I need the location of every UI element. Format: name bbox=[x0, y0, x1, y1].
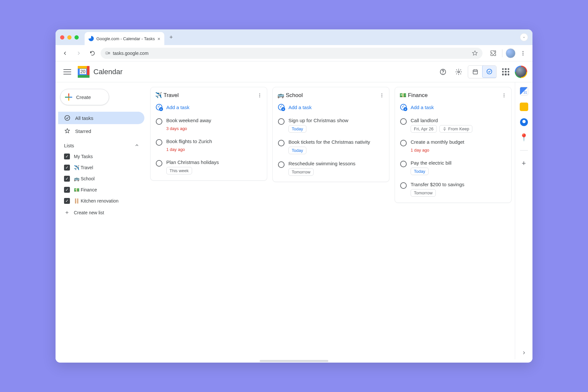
apps-grid-icon bbox=[502, 68, 509, 75]
plus-icon bbox=[65, 93, 72, 101]
side-contacts-button[interactable] bbox=[520, 118, 528, 126]
task-row[interactable]: Book flights to Zurich1 day ago bbox=[155, 136, 262, 155]
svg-point-15 bbox=[504, 93, 504, 94]
task-row[interactable]: Book weekend away3 days ago bbox=[155, 115, 262, 135]
check-circle-icon bbox=[486, 68, 493, 75]
main-menu-button[interactable] bbox=[61, 65, 74, 78]
url-bar: ⦾≡ tasks.google.com bbox=[56, 45, 532, 61]
site-settings-icon[interactable]: ⦾≡ bbox=[105, 51, 110, 56]
google-apps-button[interactable] bbox=[499, 65, 512, 78]
forward-button[interactable] bbox=[73, 48, 84, 59]
sidebar-item-all-tasks[interactable]: All tasks bbox=[58, 112, 144, 124]
add-task-button[interactable]: + Add a task bbox=[400, 102, 507, 114]
tasks-view-button[interactable] bbox=[482, 65, 497, 78]
column-menu-button[interactable] bbox=[257, 93, 262, 98]
tabs-dropdown-button[interactable] bbox=[520, 33, 528, 41]
column-title: 💵 Finance bbox=[400, 92, 428, 99]
task-chip: 3 days ago bbox=[166, 125, 190, 132]
task-row[interactable]: Call landlordFri, Apr 26From Keep bbox=[400, 115, 507, 135]
create-new-list-button[interactable]: + Create new list bbox=[58, 207, 144, 218]
column-menu-button[interactable] bbox=[379, 93, 384, 98]
task-complete-toggle[interactable] bbox=[278, 118, 285, 125]
sidebar-list-item[interactable]: ✓ 🪜 Kitchen renovation bbox=[58, 195, 144, 206]
column-title: 🚌 School bbox=[277, 92, 303, 99]
kebab-icon bbox=[520, 50, 526, 56]
minimize-window-button[interactable] bbox=[67, 35, 72, 40]
task-complete-toggle[interactable] bbox=[400, 161, 407, 167]
task-row[interactable]: Transfer $200 to savingsTomorrow bbox=[400, 179, 507, 199]
task-complete-toggle[interactable] bbox=[156, 139, 162, 146]
browser-tab[interactable]: Google.com - Calendar - Tasks × bbox=[85, 32, 164, 45]
puzzle-icon bbox=[490, 50, 497, 57]
task-complete-toggle[interactable] bbox=[278, 161, 285, 168]
new-tab-button[interactable]: + bbox=[166, 32, 176, 42]
app-header: Calendar bbox=[56, 61, 532, 82]
task-complete-toggle[interactable] bbox=[400, 140, 407, 146]
close-tab-button[interactable]: × bbox=[157, 36, 160, 41]
horizontal-scrollbar[interactable] bbox=[56, 359, 532, 363]
chevron-right-icon bbox=[521, 350, 527, 355]
checkbox-icon[interactable]: ✓ bbox=[64, 198, 70, 204]
close-window-button[interactable] bbox=[60, 35, 64, 40]
side-maps-button[interactable]: 📍 bbox=[519, 133, 528, 142]
svg-point-10 bbox=[259, 95, 260, 95]
checkbox-icon[interactable]: ✓ bbox=[64, 165, 70, 171]
reload-button[interactable] bbox=[87, 48, 98, 59]
task-chip: Today bbox=[288, 125, 306, 133]
sidebar-list-item[interactable]: ✓ 💵 Finance bbox=[58, 184, 144, 195]
task-title: Transfer $200 to savings bbox=[411, 182, 465, 187]
task-title: Call landlord bbox=[411, 118, 472, 123]
hamburger-icon bbox=[63, 68, 71, 76]
maximize-window-button[interactable] bbox=[74, 35, 79, 40]
side-panel-collapse-button[interactable] bbox=[521, 350, 527, 355]
svg-point-13 bbox=[382, 95, 382, 95]
task-title: Reschedule swimming lessons bbox=[288, 161, 355, 166]
arrow-right-icon bbox=[76, 50, 82, 56]
task-title: Book flights to Zurich bbox=[166, 139, 212, 144]
task-row[interactable]: Pay the electric billToday bbox=[400, 157, 507, 178]
side-keep-button[interactable] bbox=[520, 103, 528, 111]
task-complete-toggle[interactable] bbox=[156, 160, 162, 167]
checkbox-icon[interactable]: ✓ bbox=[64, 176, 70, 182]
add-task-button[interactable]: + Add a task bbox=[277, 102, 384, 114]
address-bar[interactable]: ⦾≡ tasks.google.com bbox=[101, 48, 482, 59]
side-calendar-button[interactable] bbox=[520, 87, 528, 95]
create-button[interactable]: Create bbox=[60, 89, 109, 105]
bookmark-button[interactable] bbox=[472, 50, 478, 56]
sidebar-item-starred[interactable]: Starred bbox=[58, 125, 144, 137]
task-column: 💵 Finance + Add a taskCall landlordFri, … bbox=[395, 87, 512, 203]
settings-button[interactable] bbox=[452, 65, 465, 78]
side-addons-button[interactable]: + bbox=[522, 159, 526, 168]
add-task-button[interactable]: + Add a task bbox=[155, 102, 262, 114]
column-menu-button[interactable] bbox=[501, 93, 507, 98]
task-row[interactable]: Reschedule swimming lessonsTomorrow bbox=[277, 158, 384, 178]
back-button[interactable] bbox=[59, 48, 71, 59]
sidebar-list-item[interactable]: ✓ ✈️ Travel bbox=[58, 162, 144, 173]
sidebar-list-item[interactable]: ✓ My Tasks bbox=[58, 151, 144, 162]
sidebar-list-item[interactable]: ✓ 🚌 School bbox=[58, 173, 144, 184]
task-row[interactable]: Sign up for Christmas showToday bbox=[277, 115, 384, 135]
browser-menu-button[interactable] bbox=[517, 48, 529, 59]
gear-icon bbox=[455, 68, 462, 75]
lists-header[interactable]: Lists bbox=[58, 138, 144, 150]
task-complete-toggle[interactable] bbox=[156, 118, 162, 125]
checkbox-icon[interactable]: ✓ bbox=[64, 187, 70, 193]
task-chip: Today bbox=[288, 147, 306, 154]
task-chip: Tomorrow bbox=[411, 189, 436, 197]
account-button[interactable] bbox=[515, 66, 527, 78]
checkbox-icon[interactable]: ✓ bbox=[64, 154, 70, 159]
task-row[interactable]: Create a monthly budget1 day ago bbox=[400, 137, 507, 156]
task-complete-toggle[interactable] bbox=[400, 118, 407, 125]
task-complete-toggle[interactable] bbox=[400, 182, 407, 189]
task-row[interactable]: Book tickets for the Christmas nativityT… bbox=[277, 137, 384, 157]
browser-profile-button[interactable] bbox=[506, 48, 515, 58]
task-complete-toggle[interactable] bbox=[278, 140, 285, 146]
extensions-button[interactable] bbox=[488, 48, 499, 59]
task-row[interactable]: Plan Christmas holidaysThis week bbox=[155, 157, 262, 177]
task-chip: Tomorrow bbox=[288, 168, 314, 176]
svg-point-0 bbox=[523, 51, 524, 52]
scroll-thumb[interactable] bbox=[260, 360, 328, 362]
task-title: Book weekend away bbox=[166, 118, 211, 123]
calendar-view-button[interactable] bbox=[468, 66, 482, 78]
help-button[interactable] bbox=[436, 65, 449, 78]
